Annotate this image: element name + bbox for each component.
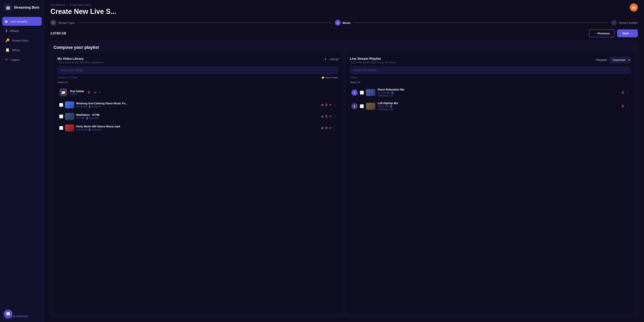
file-meta-3: 218.58 MB 👤 Unknown xyxy=(76,128,319,131)
step-1-label: Stream Type xyxy=(58,21,74,24)
video-library-header: My Video Library This is where all your … xyxy=(57,57,338,64)
sidebar-item-logout[interactable]: ↩ Logout xyxy=(2,55,42,64)
playlist-item[interactable]: 1 Piano Relaxation Mix 2175.93 MB 👤 Chil… xyxy=(350,86,631,99)
more-options-icon[interactable]: ⋮ xyxy=(333,103,336,107)
folder-name: Test folder xyxy=(70,90,84,93)
file-checkbox-2[interactable] xyxy=(59,115,63,118)
page-header: Live Streams > Create New Live S... Crea… xyxy=(44,0,644,17)
pl-checkbox-2[interactable] xyxy=(360,104,364,108)
sidebar-item-affiliate[interactable]: $ Affiliate xyxy=(2,26,42,35)
pl-more-icon[interactable]: ⋮ xyxy=(626,104,629,108)
app-logo: 🤖 Streaming Bots xyxy=(0,0,44,15)
pl-name-2: Lofi HipHop Mix xyxy=(378,102,619,105)
file-actions-1: ⊕ 🗑 ✏ ⋮ xyxy=(321,103,336,107)
pl-checkbox-1[interactable] xyxy=(360,91,364,95)
avatar[interactable]: SB xyxy=(630,3,638,11)
library-file-item[interactable]: Party Music â€¢ Dance Music.mp4 218.58 M… xyxy=(57,123,338,133)
folder-edit-button[interactable]: ✏ xyxy=(93,90,97,95)
more-options-icon[interactable]: ⋮ xyxy=(333,126,336,130)
step-3: 3 Stream Builder xyxy=(611,20,638,25)
sidebar-item-stream-keys[interactable]: 🔑 Stream Keys xyxy=(2,36,42,45)
playlist-search-input[interactable] xyxy=(350,66,631,74)
file-name-1: Relaxing And Calming Piano Music Fo... xyxy=(76,102,319,105)
logo-icon: 🤖 xyxy=(4,3,12,11)
edit-file-icon[interactable]: ✏ xyxy=(329,126,332,130)
app-name: Streaming Bots xyxy=(14,5,40,9)
file-thumbnail-3 xyxy=(65,125,74,131)
file-info-1: Relaxing And Calming Piano Music Fo... 4… xyxy=(76,102,319,108)
main-content: Live Streams > Create New Live S... Crea… xyxy=(44,0,644,322)
next-button[interactable]: Next → xyxy=(617,29,638,37)
delete-file-icon[interactable]: 🗑 xyxy=(325,115,328,118)
folder-add-icon: 📁 xyxy=(322,76,324,79)
delete-file-icon[interactable]: 🗑 xyxy=(325,103,328,107)
page-title: Create New Live S... xyxy=(50,7,116,15)
library-file-item[interactable]: Meditation - 47799 4.47 MB 👤 Unknown ⊕ 🗑 xyxy=(57,111,338,122)
panel-title-row: My Video Library This is where all your … xyxy=(57,57,338,64)
step-line-2 xyxy=(354,22,608,23)
pl-info-1: Piano Relaxation Mix 2175.93 MB 👤 Chill … xyxy=(378,88,619,97)
library-select-all[interactable]: Select All xyxy=(57,81,338,84)
previous-button[interactable]: ← Previous xyxy=(589,29,615,37)
folder-icon: 📁 xyxy=(59,88,67,96)
sidebar-item-label: Live Streams xyxy=(10,20,27,23)
playlist-num-2: 2 xyxy=(352,103,358,109)
new-folder-button[interactable]: 📁 New Folder xyxy=(322,76,338,79)
sidebar-nav: ▶ Live Streams $ Affiliate 🔑 Stream Keys… xyxy=(0,15,44,310)
playlist-panel-header: Live Stream Playlist This is what will b… xyxy=(350,57,631,64)
library-subtitle: This is where all your files will be upl… xyxy=(57,61,104,64)
edit-file-icon[interactable]: ✏ xyxy=(329,115,332,119)
stream-keys-icon: 🔑 xyxy=(6,38,10,42)
playlist-section-title: Compose your playlist xyxy=(54,45,635,50)
file-checkbox-3[interactable] xyxy=(59,126,63,130)
playback-label: Playback: xyxy=(596,58,608,61)
add-to-playlist-icon[interactable]: ⊕ xyxy=(321,115,324,119)
folder-item[interactable]: 📁 Test folder 1 file(s) 🗑 ✏ › xyxy=(57,86,338,99)
file-info-3: Party Music â€¢ Dance Music.mp4 218.58 M… xyxy=(76,125,319,131)
header-left: Live Streams > Create New Live S... Crea… xyxy=(50,3,116,15)
breadcrumb-current: Create New Live S... xyxy=(70,3,92,6)
pl-actions-2: 🗑 ⋮ xyxy=(621,104,629,108)
folder-expand-button[interactable]: › xyxy=(99,90,102,95)
breadcrumb-parent[interactable]: Live Streams xyxy=(50,3,65,6)
playlist-select-all[interactable]: Select All xyxy=(350,81,631,84)
pl-delete-icon[interactable]: 🗑 xyxy=(621,91,624,95)
playlist-subtitle: This is what will be played in your live… xyxy=(350,61,397,64)
video-library-panel: My Video Library This is where all your … xyxy=(54,53,342,314)
sidebar-item-billing[interactable]: 📋 Billing xyxy=(2,45,42,54)
billing-icon: 📋 xyxy=(6,48,10,52)
step-3-label: Stream Builder xyxy=(619,21,638,24)
file-checkbox-1[interactable] xyxy=(59,103,63,107)
playlist-meta-row: 2 Files xyxy=(350,76,631,79)
pl-size-2: 763.01 MB 👤 xyxy=(378,105,619,108)
playlist-title: Live Stream Playlist xyxy=(350,57,397,61)
playback-row: Playback: Sequential Shuffle Loop xyxy=(596,57,631,63)
breadcrumb: Live Streams > Create New Live S... xyxy=(50,3,116,6)
sidebar-item-live-streams[interactable]: ▶ Live Streams xyxy=(2,17,42,26)
library-search-input[interactable] xyxy=(57,66,338,74)
playback-select[interactable]: Sequential Shuffle Loop xyxy=(609,57,631,63)
folder-delete-button[interactable]: 🗑 xyxy=(86,90,92,95)
delete-file-icon[interactable]: 🗑 xyxy=(325,126,328,130)
add-to-playlist-icon[interactable]: ⊕ xyxy=(321,126,324,130)
edit-file-icon[interactable]: ✏ xyxy=(329,103,332,107)
more-options-icon[interactable]: ⋮ xyxy=(333,115,336,119)
pl-more-icon[interactable]: ⋮ xyxy=(626,91,629,95)
file-meta-1: 424.82 MB 👤 Unknown xyxy=(76,105,319,108)
file-name-2: Meditation - 47799 xyxy=(76,113,319,116)
playlist-item[interactable]: 2 Lofi HipHop Mix 763.01 MB 👤 Chill Beat… xyxy=(350,100,631,113)
sidebar-item-label: Logout xyxy=(10,58,20,61)
upload-button[interactable]: ⬆ ↑ Upload xyxy=(324,57,338,61)
sidebar-item-label: Billing xyxy=(12,48,20,52)
add-to-playlist-icon[interactable]: ⊕ xyxy=(321,103,324,107)
playlist-area: Compose your playlist My Video Library T… xyxy=(44,40,644,322)
library-meta-row: 1 Folder | 3 Files 📁 New Folder xyxy=(57,76,338,79)
pl-delete-icon[interactable]: 🗑 xyxy=(621,104,624,108)
chat-button[interactable]: 💬 xyxy=(4,310,12,318)
sidebar-item-label: Affiliate xyxy=(10,29,19,32)
library-title-group: My Video Library This is where all your … xyxy=(57,57,104,64)
library-file-item[interactable]: Relaxing And Calming Piano Music Fo... 4… xyxy=(57,100,338,110)
step-1-circle xyxy=(50,20,56,25)
sidebar-item-label: Stream Keys xyxy=(12,39,28,42)
playlist-title-group: Live Stream Playlist This is what will b… xyxy=(350,57,397,64)
